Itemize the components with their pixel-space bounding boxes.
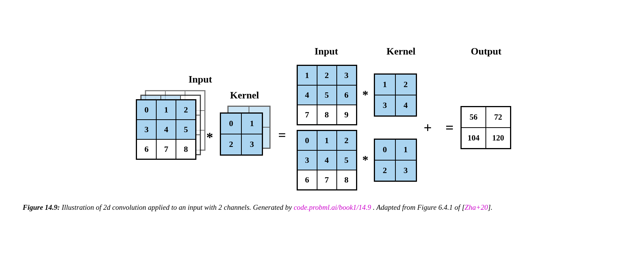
right-kernel-label: Kernel [376,46,426,57]
kernel-cell: 2 [221,134,241,155]
right-kernel2-matrix: 0 1 2 3 [374,139,417,182]
cell: 3 [137,120,156,139]
output-matrix: 56 72 104 120 [460,106,511,149]
caption-ref: Zha+20 [465,203,488,211]
left-kernel-label: Kernel [230,90,259,101]
left-input-label: Input [188,74,212,85]
equals-operator-2: = [445,119,454,136]
cell: 7 [156,139,176,159]
caption-text: Illustration of 2d convolution applied t… [62,203,294,211]
cell: 1 [156,100,176,120]
caption-link[interactable]: code.probml.ai/book1/14.9 [294,203,371,211]
right-input1-matrix: 1 2 3 4 5 6 7 8 9 [297,65,357,125]
right-kernel1-matrix: 1 2 3 4 [374,73,417,117]
caption-text3: ]. [488,203,492,211]
diagram: Input 1 2 3 [23,46,621,190]
right-input-label: Input [295,46,358,57]
caption-text2: . Adapted from Figure 6.4.1 of [ [373,203,465,211]
right-output-label: Output [460,46,513,57]
cell: 4 [156,120,176,139]
cell: 6 [137,139,156,159]
cell: 0 [137,100,156,120]
equals-operator-1: = [278,116,286,143]
cell: 8 [176,139,196,159]
figure-caption: Figure 14.9: Illustration of 2d convolut… [23,202,621,213]
cell: 5 [176,120,196,139]
left-kernel-matrix: 0 1 2 3 [220,106,269,162]
kernel-cell: 3 [241,134,262,155]
kernel-cell: 1 [241,113,262,134]
kernel-cell: 0 [221,113,241,134]
left-input-matrix: 1 2 3 [131,90,199,162]
multiply-op-ch1: * [362,88,369,102]
multiply-operator-left: * [206,118,213,145]
plus-operator: + [424,119,432,136]
page: Input 1 2 3 [0,34,644,225]
figure-number: Figure 14.9: [23,203,60,211]
right-input2-matrix: 0 1 2 3 4 5 6 7 8 [297,130,357,190]
cell: 2 [176,100,196,120]
multiply-op-ch2: * [362,153,369,167]
